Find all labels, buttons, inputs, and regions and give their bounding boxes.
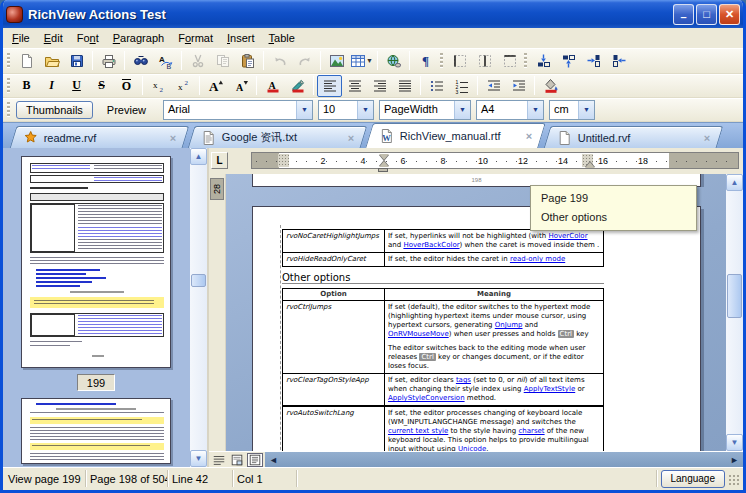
close-button[interactable]: ✕ [719,4,740,25]
bold-button[interactable]: B [14,75,39,97]
menu-table[interactable]: Table [262,30,302,46]
document-horizontal-scrollbar[interactable]: ◄ ► [265,452,743,467]
new-document-button[interactable] [14,50,39,72]
chevron-down-icon[interactable]: ▼ [296,101,312,119]
read-only-mode-link[interactable]: read-only mode [510,255,565,263]
print-button[interactable] [96,50,121,72]
border-center-button[interactable] [472,50,497,72]
title-bar[interactable]: RichView Actions Test – □ ✕ [0,0,746,28]
tab-richview-manual-rtf[interactable]: WRichView_manual.rtf× [365,123,546,148]
toolbar-grip[interactable] [7,53,10,69]
view-online-button[interactable] [229,453,245,467]
grow-font-button[interactable]: A [203,75,228,97]
margin-boundary-left[interactable] [278,154,289,167]
menu-paragraph[interactable]: Paragraph [106,30,171,46]
scroll-right-icon[interactable]: ► [730,455,739,465]
subscript-button[interactable]: x2 [146,75,171,97]
right-indent-marker[interactable] [585,162,595,168]
decrease-indent-button[interactable] [481,75,506,97]
toolbar-grip[interactable] [440,53,443,69]
font-name-combo[interactable]: Arial ▼ [163,100,313,120]
overline-button[interactable]: O [114,75,139,97]
insert-row-above-button[interactable] [531,50,556,72]
first-line-indent-marker[interactable] [379,154,389,160]
replace-button[interactable]: AB [153,50,178,72]
units-combo[interactable]: cm ▼ [549,100,595,120]
onjump-link[interactable]: OnJump [495,321,523,329]
align-left-button[interactable] [317,75,342,97]
insert-row-below-button[interactable] [556,50,581,72]
align-right-button[interactable] [367,75,392,97]
chevron-down-icon[interactable]: ▼ [527,101,543,119]
scroll-down-icon[interactable]: ▼ [190,450,207,467]
undo-button[interactable] [267,50,292,72]
save-button[interactable] [64,50,89,72]
increase-indent-button[interactable] [506,75,531,97]
chevron-down-icon[interactable]: ▼ [578,101,594,119]
underline-button[interactable]: U [64,75,89,97]
toolbar-grip[interactable] [7,102,10,118]
view-page-button[interactable] [247,453,263,467]
cut-button[interactable] [185,50,210,72]
applytextstyle-link[interactable]: ApplyTextStyle [524,385,576,393]
align-justify-button[interactable] [392,75,417,97]
scrollbar-thumb[interactable] [191,274,206,287]
tab-untitled-rvf[interactable]: Untitled.rvf× [544,126,724,148]
strikethrough-button[interactable]: S [89,75,114,97]
insert-picture-button[interactable] [324,50,349,72]
page-thumbnail-199[interactable] [21,156,171,368]
redo-button[interactable] [292,50,317,72]
thumbnails-toggle-button[interactable]: Thumbnails [16,101,93,119]
tags-link[interactable]: tags [456,376,471,384]
hovercolor-link[interactable]: HoverColor [548,232,587,240]
thumbnails-panel[interactable]: 199 ▲ ▼ [3,148,209,467]
hoverbackcolor-link[interactable]: HoverBackColor [403,241,459,249]
tab-close-icon[interactable]: × [165,132,184,144]
menu-insert[interactable]: Insert [220,30,262,46]
insert-col-left-button[interactable] [581,50,606,72]
current-text-style-link[interactable]: current text style [388,427,448,435]
scroll-up-icon[interactable]: ▲ [726,174,743,191]
tab-close-icon[interactable]: × [343,132,362,144]
toolbar-grip[interactable] [524,53,527,69]
menu-edit[interactable]: Edit [37,30,70,46]
scroll-left-icon[interactable]: ◄ [269,455,278,465]
chevron-down-icon[interactable]: ▼ [357,101,373,119]
fill-color-button[interactable] [538,75,563,97]
menu-file[interactable]: File [5,30,37,46]
copy-button[interactable] [210,50,235,72]
shrink-font-button[interactable]: A [228,75,253,97]
align-center-button[interactable] [342,75,367,97]
show-formatting-button[interactable]: ¶ [413,50,438,72]
chevron-down-icon[interactable]: ▼ [366,57,373,64]
thumbnails-scrollbar[interactable]: ▲ ▼ [190,148,207,467]
page-199[interactable]: rvoNoCaretHighlightJumpsIf set, hyperlin… [252,206,701,451]
menu-format[interactable]: Format [171,30,220,46]
scrollbar-thumb[interactable] [727,274,742,318]
tab-close-icon[interactable]: × [699,132,718,144]
maximize-button[interactable]: □ [696,4,717,25]
charset-link[interactable]: charset [518,427,544,435]
paste-button[interactable] [235,50,260,72]
scroll-up-icon[interactable]: ▲ [190,148,207,165]
tab-readme-rvf[interactable]: readme.rvf× [10,126,190,148]
preview-button[interactable]: Preview [97,101,156,119]
page-thumbnail-200[interactable] [21,398,171,464]
open-folder-button[interactable] [39,50,64,72]
language-button[interactable]: Language [661,470,726,488]
text-highlight-button[interactable] [285,75,310,97]
left-indent-box-marker[interactable] [378,168,388,172]
insert-col-right-button[interactable] [606,50,631,72]
menu-font[interactable]: Font [70,30,106,46]
font-size-combo[interactable]: 10 ▼ [318,100,374,120]
document-vertical-scrollbar[interactable]: ▲ ▼ [726,174,743,451]
numbering-button[interactable]: 123 [449,75,474,97]
hyperlink-globe-button[interactable] [381,50,406,72]
border-top-button[interactable] [497,50,522,72]
unicode-link[interactable]: Unicode [458,445,486,451]
onrvmousemove-link[interactable]: OnRVMouseMove [388,330,449,338]
chevron-down-icon[interactable]: ▼ [454,101,470,119]
minimize-button[interactable]: – [673,4,694,25]
tab-stop-selector[interactable]: L [211,152,228,169]
bullets-button[interactable] [424,75,449,97]
